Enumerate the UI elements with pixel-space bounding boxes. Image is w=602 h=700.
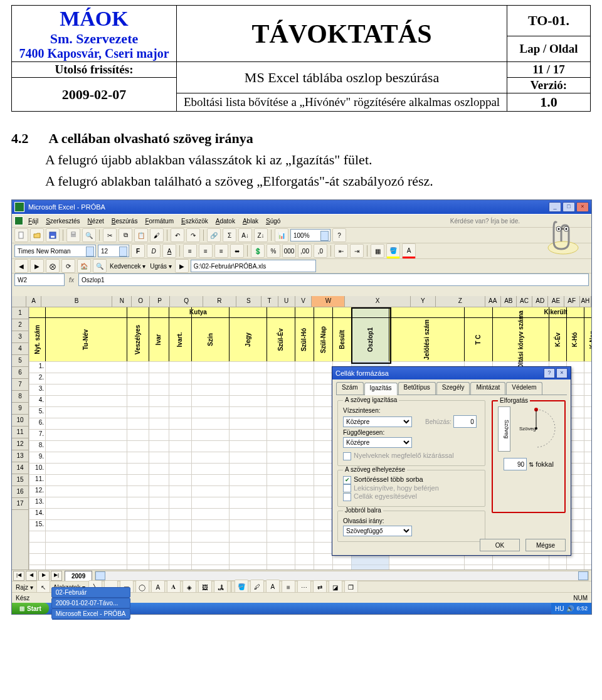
borders-icon[interactable]: ▦ xyxy=(371,244,384,258)
goto-label[interactable]: Ugrás ▾ xyxy=(149,263,172,270)
maximize-button[interactable]: □ xyxy=(562,202,575,212)
column-title[interactable]: Jegy xyxy=(229,319,267,360)
column-title[interactable]: T C xyxy=(464,319,492,360)
column-title[interactable]: K-Hó xyxy=(566,319,584,360)
col-header[interactable]: AD xyxy=(532,296,548,307)
column-title[interactable]: Ivart. xyxy=(169,319,191,360)
comma-icon[interactable]: 000 xyxy=(282,244,296,258)
row-header[interactable]: 10 xyxy=(12,415,28,427)
draw-menu[interactable]: Rajz ▾ xyxy=(14,584,34,591)
clippy-icon[interactable] xyxy=(541,216,585,257)
menu-formátum[interactable]: Formátum xyxy=(141,217,177,225)
sheet-tab[interactable]: 2009 xyxy=(65,571,92,581)
new-icon[interactable] xyxy=(14,228,28,242)
col-header[interactable]: X xyxy=(345,296,411,307)
forward-icon[interactable]: ▶ xyxy=(30,259,44,273)
col-header[interactable]: Q xyxy=(170,296,203,307)
address-path[interactable]: G:\02-Február\PRÓBA.xls xyxy=(191,260,316,272)
col-header[interactable]: P xyxy=(150,296,170,307)
col-header[interactable]: W xyxy=(312,296,345,307)
shrink-checkbox[interactable] xyxy=(343,484,351,492)
data-cell[interactable]: 14. xyxy=(29,509,44,516)
rotation-degree-input[interactable] xyxy=(504,458,527,470)
cancel-button[interactable]: Mégse xyxy=(525,539,566,551)
first-sheet-button[interactable]: |◀ xyxy=(13,571,24,581)
row-header[interactable]: 11 xyxy=(12,427,28,438)
col-header[interactable]: B xyxy=(41,296,112,307)
data-cell[interactable]: 8. xyxy=(29,442,44,448)
indent-spinner[interactable] xyxy=(453,415,477,428)
help-icon[interactable]: ? xyxy=(332,228,346,242)
currency-icon[interactable]: 💲 xyxy=(251,244,265,258)
next-sheet-button[interactable]: ▶ xyxy=(38,571,50,581)
open-icon[interactable] xyxy=(30,228,44,242)
row-header[interactable]: 17 xyxy=(12,498,28,510)
data-cell[interactable]: 13. xyxy=(29,498,44,505)
col-header[interactable]: A xyxy=(26,296,41,307)
preview-icon[interactable]: 🔍 xyxy=(82,228,96,242)
taskbar-item[interactable]: 02-Február xyxy=(51,587,130,598)
start-button[interactable]: ⊞Start xyxy=(12,603,49,614)
align-center-icon[interactable]: ≡ xyxy=(199,244,213,258)
ok-button[interactable]: OK xyxy=(480,539,520,551)
row-header[interactable]: 3 xyxy=(12,331,28,343)
row-header[interactable]: 12 xyxy=(12,438,28,450)
close-button[interactable]: × xyxy=(576,202,589,212)
redo-icon[interactable]: ↷ xyxy=(186,228,200,242)
fill-color-icon[interactable]: 🪣 xyxy=(386,243,400,258)
col-header[interactable]: AA xyxy=(485,296,501,307)
save-icon[interactable] xyxy=(46,228,60,242)
rotation-dial[interactable]: Szöveg xyxy=(514,406,558,450)
dec-indent-icon[interactable]: ⇤ xyxy=(334,244,348,258)
data-cell[interactable]: 5. xyxy=(29,408,44,415)
dialog-titlebar[interactable]: Cellák formázása ? × xyxy=(332,367,571,379)
home-icon[interactable]: 🏠 xyxy=(77,259,91,273)
row-header[interactable]: 1 xyxy=(12,307,28,319)
horizontal-select[interactable]: Középre xyxy=(343,416,412,427)
column-title[interactable]: Szül-Év xyxy=(267,319,295,360)
data-cell[interactable]: 7. xyxy=(29,430,44,437)
column-title[interactable]: Nyt. szám xyxy=(29,319,45,360)
column-title[interactable]: Ivar xyxy=(149,319,169,360)
merged-header[interactable]: Kutya xyxy=(45,307,352,317)
favorites-label[interactable]: Kedvencek ▾ xyxy=(108,263,147,270)
col-header[interactable]: V xyxy=(295,296,312,307)
row-header[interactable]: 6 xyxy=(12,367,28,379)
refresh-icon[interactable]: ⟳ xyxy=(61,259,75,273)
tab-betűtípus[interactable]: Betűtípus xyxy=(398,382,436,395)
vertical-select[interactable]: Középre xyxy=(343,437,412,448)
last-sheet-button[interactable]: ▶| xyxy=(51,571,62,581)
col-header[interactable]: N xyxy=(112,296,132,307)
copy-icon[interactable]: ⧉ xyxy=(119,228,132,242)
data-cell[interactable]: 12. xyxy=(29,487,44,494)
data-cell[interactable]: 9. xyxy=(29,453,44,460)
row-header[interactable]: 7 xyxy=(12,379,28,391)
font-color-icon[interactable]: A xyxy=(402,243,416,258)
row-header[interactable]: 15 xyxy=(12,474,28,486)
font-size-combo[interactable]: 12 xyxy=(98,245,129,257)
col-header[interactable]: R xyxy=(203,296,236,307)
fx-icon[interactable]: fx xyxy=(65,277,78,284)
align-left-icon[interactable]: ≡ xyxy=(183,244,197,258)
col-header[interactable]: AF xyxy=(564,296,580,307)
autosum-icon[interactable]: Σ xyxy=(223,228,236,242)
column-title[interactable]: Szül-Nap xyxy=(314,319,332,360)
search-web-icon[interactable]: 🔍 xyxy=(93,259,107,273)
inc-decimal-icon[interactable]: ,00 xyxy=(298,244,312,258)
taskbar-item[interactable]: Microsoft Excel - PRÓBA xyxy=(51,608,130,619)
tab-igazítás[interactable]: Igazítás xyxy=(364,383,398,395)
column-title[interactable]: Jelölési szám xyxy=(389,319,464,360)
menu-szerkesztés[interactable]: Szerkesztés xyxy=(42,217,83,225)
column-title[interactable]: Szín xyxy=(191,319,229,360)
merged-header[interactable] xyxy=(351,307,389,317)
readdir-select[interactable]: Szövegfüggő xyxy=(343,526,412,536)
col-header[interactable]: U xyxy=(278,296,295,307)
data-cell[interactable]: 11. xyxy=(29,475,44,482)
bold-icon[interactable]: F xyxy=(131,244,145,258)
col-header[interactable]: AH xyxy=(580,296,591,307)
align-right-icon[interactable]: ≡ xyxy=(214,244,228,258)
col-header[interactable]: AC xyxy=(517,296,532,307)
column-headers[interactable]: ABNOPQRSTUVWXYZAAABACADAEAFAH xyxy=(12,296,591,307)
italic-icon[interactable]: D xyxy=(147,244,161,258)
data-cell[interactable]: 10. xyxy=(29,464,44,471)
